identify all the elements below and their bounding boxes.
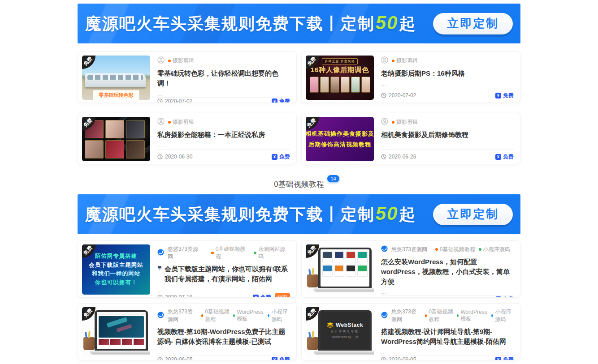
clock-icon: [157, 98, 163, 103]
article-excerpt: ...: [381, 289, 514, 295]
free-ribbon-label: 免费: [306, 244, 317, 256]
free-ribbon-label: 免费: [82, 307, 94, 319]
thumbnail-text-line: 你也可以拥有！: [95, 279, 138, 287]
card-content: 悠悠373资源网 0基础视频教程 小程序源码 怎么安装WordPress，如何配…: [374, 241, 520, 297]
article-title[interactable]: 视频教程-第10期-WordPress免费子比主题源码- 自媒体资讯博客主题模板…: [157, 327, 290, 347]
article-card[interactable]: 免费 多种主题·多变风格 16种人像后期调色 摄影剪辑 老纳摄影后期PS：16种…: [301, 51, 520, 103]
article-title[interactable]: 零基础玩转色彩，让你轻松调出想要的色调！: [157, 69, 290, 88]
publish-date-text: 2020-07-18: [165, 294, 192, 298]
free-ribbon: 免费: [306, 244, 319, 258]
article-card[interactable]: 免费 悠悠373资源网 0基础视频教程: [301, 240, 520, 298]
customize-now-button[interactable]: 立即定制: [433, 204, 513, 225]
price-label: 免费: [503, 295, 514, 298]
category-link[interactable]: 小程序源码: [491, 308, 514, 323]
card-meta: 悠悠373资源网 0基础视频教程 WordPress模板 小程序源码: [157, 308, 290, 323]
article-title[interactable]: 私房摄影全能秘籍：一本正经说私房: [157, 130, 290, 140]
category-dot-icon: [491, 314, 493, 317]
article-title[interactable]: 相机美食摄影及后期修饰教程: [381, 130, 514, 140]
source-site-link[interactable]: 悠悠373资源网: [168, 245, 203, 261]
article-title[interactable]: 搭建视频教程-设计师网址导航-第9期-WordPress简约网址导航主题模板-陌…: [381, 327, 514, 347]
publish-date: 2020-06-30: [157, 154, 192, 160]
article-title[interactable]: 怎么安装WordPress，如何配置wordPress，视频教程，小白式安装，简…: [381, 257, 514, 286]
category-link[interactable]: 小程序源码: [479, 246, 510, 253]
category-link[interactable]: 0基础视频教程: [201, 308, 230, 323]
webstack-byline: WordPress by 一为: [332, 335, 359, 339]
article-card[interactable]: 免费 摄影剪辑 私房摄影全能秘籍：一本正经说私房 ... 2020-06-30 …: [78, 113, 297, 164]
ad-banner-main-text: 魔源吧火车头采集规则免费下载丨定制: [85, 205, 375, 223]
category-dot-icon: [479, 248, 481, 251]
customize-now-button[interactable]: 立即定制: [433, 13, 513, 34]
ad-banner-top[interactable]: 魔源吧火车头采集规则免费下载丨定制50起 立即定制: [78, 4, 520, 43]
source-site-link[interactable]: 悠悠373资源网: [391, 246, 427, 253]
category-label: 亲测网站源码: [258, 245, 290, 261]
category-link[interactable]: 小程序源码: [268, 308, 290, 323]
free-ribbon-label: 免费: [82, 56, 94, 67]
article-grid-bottom: 免费 陌佑网专属搭建 会员下载版主题网站 和我们一样的网站 你也可以拥有！ 悠悠…: [78, 240, 520, 360]
category-dot-icon: [168, 60, 171, 62]
price-label: 免费: [503, 356, 514, 361]
category-link[interactable]: 摄影剪辑: [392, 57, 418, 64]
category-link[interactable]: WordPress模板: [457, 309, 488, 323]
pen-cup-illustration: [83, 337, 95, 350]
category-label: 摄影剪辑: [396, 118, 418, 126]
price-label: 免费: [503, 92, 514, 99]
price-label: 免费: [260, 294, 271, 298]
article-thumbnail: 免费 零基础玩转色彩: [82, 56, 150, 100]
coin-icon: ¥: [272, 154, 277, 160]
category-dot-icon: [168, 121, 171, 124]
webstack-brand: WebStack: [336, 322, 363, 328]
card-footer: 2020-06-26 ¥免费: [381, 149, 514, 164]
page-container: 魔源吧火车头采集规则免费下载丨定制50起 立即定制 免费 零基础玩转色彩 摄影剪…: [78, 0, 520, 360]
section-count-badge: 14: [327, 175, 339, 182]
category-link[interactable]: 0基础视频教程: [211, 245, 250, 261]
article-title-text: 搭建视频教程-设计师网址导航-第9期-WordPress简约网址导航主题模板-陌…: [381, 327, 514, 347]
category-link[interactable]: 摄影剪辑: [168, 118, 194, 126]
clock-icon: [381, 154, 386, 159]
thumbnail-text-line: 陌佑网专属搭建: [95, 253, 138, 260]
article-title[interactable]: 老纳摄影后期PS：16种风格: [381, 69, 514, 78]
section-title-text: 0基础视频教程: [274, 180, 324, 188]
category-link[interactable]: WordPress模板: [233, 309, 264, 323]
article-card[interactable]: 免费 零基础玩转色彩 摄影剪辑 零基础玩转色彩，让你轻松调出想要的色调！ ...…: [78, 51, 297, 103]
category-link[interactable]: 0基础视频教程: [425, 308, 453, 323]
category-dot-icon: [435, 248, 438, 251]
category-link[interactable]: 亲测网站源码: [254, 245, 290, 261]
article-thumbnail: 免费 陌佑网专属搭建 会员下载版主题网站 和我们一样的网站 你也可以拥有！: [82, 244, 150, 295]
price-label: 免费: [503, 153, 514, 161]
article-thumbnail: 免费 WebStack 设计师网址导航 WordPress by 一为: [306, 307, 374, 357]
article-title[interactable]: 会员下载版主题网站，你也可以拥有!联系我们专属搭建，有演示网站，陌佑网: [157, 264, 290, 284]
article-title-text: 零基础玩转色彩，让你轻松调出想要的色调！: [157, 69, 290, 88]
site-favicon-icon: [157, 249, 164, 257]
category-label: 0基础视频教程: [429, 308, 453, 323]
article-thumbnail: 免费 多种主题·多变风格 16种人像后期调色: [306, 56, 374, 100]
article-card[interactable]: 免费 相机基础操作美食摄影及 后期修饰高清视频教程 摄影剪辑 相机美食摄影及后期…: [301, 113, 520, 164]
category-link[interactable]: 摄影剪辑: [168, 57, 194, 64]
article-title-text: 私房摄影全能秘籍：一本正经说私房: [157, 130, 265, 140]
ad-banner-suffix: 起: [399, 14, 416, 33]
publish-date-text: 2020-07-02: [389, 92, 416, 98]
free-ribbon: 免费: [306, 307, 319, 321]
card-meta: 摄影剪辑: [157, 118, 290, 126]
article-card[interactable]: 免费 悠悠373资源网 0基础视频教程 WordPress模板: [78, 303, 297, 360]
ad-banner-text: 魔源吧火车头采集规则免费下载丨定制50起: [85, 203, 416, 226]
category-label: 0基础视频教程: [216, 245, 250, 261]
source-site-link[interactable]: 悠悠373资源网: [391, 308, 417, 323]
article-excerpt: ...: [157, 142, 290, 149]
category-dot-icon: [233, 314, 235, 317]
article-thumbnail: 免费 相机基础操作美食摄影及 后期修饰高清视频教程: [306, 117, 374, 161]
category-link[interactable]: 摄影剪辑: [392, 118, 418, 126]
ad-banner-price: 50: [375, 203, 399, 224]
article-card[interactable]: 免费 陌佑网专属搭建 会员下载版主题网站 和我们一样的网站 你也可以拥有！ 悠悠…: [78, 240, 297, 298]
source-site-link[interactable]: 悠悠373资源网: [168, 308, 193, 323]
article-excerpt: ...: [157, 287, 290, 293]
free-ribbon: 免费: [82, 56, 95, 69]
category-label: 摄影剪辑: [173, 57, 194, 64]
price-badge: ¥免费: [495, 356, 514, 361]
card-content: 摄影剪辑 零基础玩转色彩，让你轻松调出想要的色调！ ... 2020-07-02…: [150, 52, 296, 103]
publish-date-text: 2020-06-26: [389, 154, 416, 160]
ad-banner-middle[interactable]: 魔源吧火车头采集规则免费下载丨定制50起 立即定制: [78, 194, 520, 234]
category-dot-icon: [254, 252, 256, 254]
category-link[interactable]: 0基础视频教程: [435, 246, 475, 253]
article-card[interactable]: 免费 WebStack 设计师网址导航 WordPress by 一为 悠悠37…: [301, 303, 520, 360]
publish-date-text: 2020-06-30: [165, 154, 192, 160]
